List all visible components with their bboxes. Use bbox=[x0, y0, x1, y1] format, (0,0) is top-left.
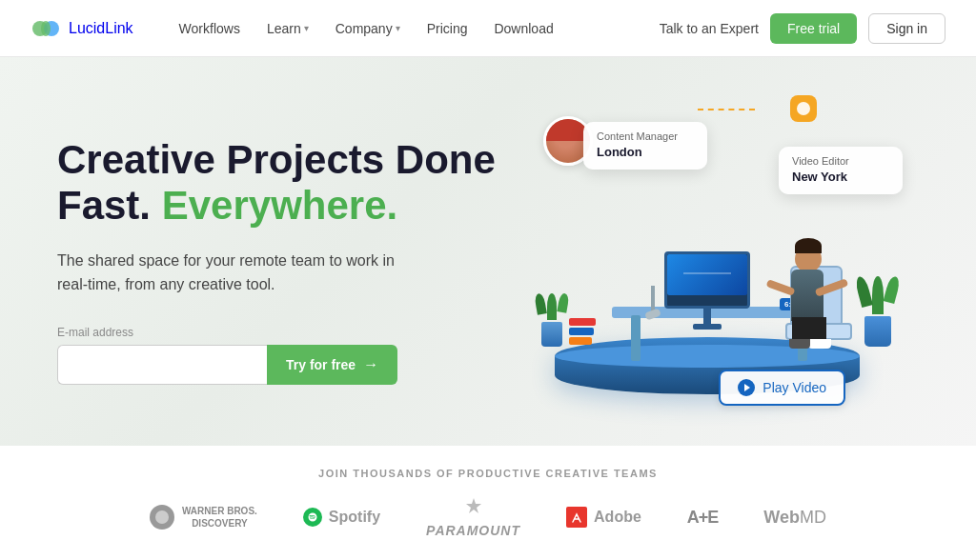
free-trial-button[interactable]: Free trial bbox=[770, 13, 857, 44]
nav-company[interactable]: Company ▾ bbox=[324, 15, 412, 42]
shoe-left bbox=[808, 339, 831, 349]
email-form: Try for free → bbox=[57, 345, 496, 385]
svg-rect-3 bbox=[566, 507, 587, 528]
brand-wbd: WARNER BROS.DISCOVERY bbox=[150, 505, 257, 530]
brands-label: JOIN THOUSANDS OF PRODUCTIVE CREATIVE TE… bbox=[318, 468, 658, 479]
try-free-button[interactable]: Try for free → bbox=[267, 345, 397, 385]
nav-learn[interactable]: Learn ▾ bbox=[255, 15, 320, 42]
brand-spotify: Spotify bbox=[303, 508, 380, 527]
play-icon bbox=[738, 379, 755, 396]
monitor-screen bbox=[667, 254, 747, 295]
brands-section: JOIN THOUSANDS OF PRODUCTIVE CREATIVE TE… bbox=[0, 446, 976, 560]
monitor bbox=[664, 251, 750, 309]
nav-download[interactable]: Download bbox=[482, 15, 564, 42]
hero-title: Creative Projects Done Fast. Everywhere. bbox=[57, 137, 496, 230]
nav-workflows[interactable]: Workflows bbox=[168, 15, 252, 42]
desk-leg-left bbox=[631, 315, 640, 361]
tooltip-newyork: Video Editor New York bbox=[779, 147, 903, 194]
adobe-icon bbox=[566, 507, 587, 528]
logo-text: LucidLink bbox=[69, 20, 133, 37]
logo[interactable]: LucidLink bbox=[30, 13, 133, 44]
arrow-icon: → bbox=[363, 356, 378, 373]
learn-chevron-icon: ▾ bbox=[304, 23, 309, 33]
company-chevron-icon: ▾ bbox=[396, 23, 400, 33]
brand-ae: A+E bbox=[687, 508, 719, 528]
tooltip-london: Content Manager London bbox=[583, 122, 707, 170]
paramount-icon bbox=[463, 496, 484, 517]
nav-pricing[interactable]: Pricing bbox=[416, 15, 479, 42]
connector-line bbox=[698, 109, 755, 110]
brand-adobe: Adobe bbox=[566, 507, 641, 528]
spotify-icon bbox=[303, 508, 322, 527]
svg-point-2 bbox=[41, 21, 51, 36]
shoe-right bbox=[789, 339, 810, 349]
hero-section: Creative Projects Done Fast. Everywhere.… bbox=[0, 57, 976, 446]
desk-lamp bbox=[645, 286, 661, 318]
hero-subtitle: The shared space for your remote team to… bbox=[57, 249, 419, 297]
books-stack bbox=[569, 318, 596, 345]
sign-in-button[interactable]: Sign in bbox=[868, 13, 946, 44]
hero-right: Content Manager London Video Editor New … bbox=[496, 57, 919, 446]
hero-left: Creative Projects Done Fast. Everywhere.… bbox=[57, 118, 496, 385]
monitor-base bbox=[693, 324, 722, 330]
lucidlink-icon bbox=[790, 95, 817, 122]
person-hair bbox=[795, 238, 822, 253]
plant-left bbox=[536, 293, 568, 347]
brand-webmd: WebMD bbox=[763, 508, 826, 528]
brands-row: WARNER BROS.DISCOVERY Spotify Paramount … bbox=[150, 496, 826, 538]
monitor-stand bbox=[703, 306, 711, 325]
platform-scene: Content Manager London Video Editor New … bbox=[507, 80, 907, 423]
email-label: E-mail address bbox=[57, 326, 496, 339]
email-input[interactable] bbox=[57, 345, 267, 385]
plant-right bbox=[858, 276, 898, 347]
nav-links: Workflows Learn ▾ Company ▾ Pricing Down… bbox=[168, 15, 660, 42]
play-video-button[interactable]: Play Video bbox=[719, 370, 845, 406]
nav-right: Talk to an Expert Free trial Sign in bbox=[660, 13, 946, 44]
brand-paramount: Paramount bbox=[426, 496, 520, 538]
talk-to-expert-link[interactable]: Talk to an Expert bbox=[660, 21, 759, 36]
navbar: LucidLink Workflows Learn ▾ Company ▾ Pr… bbox=[0, 0, 976, 57]
